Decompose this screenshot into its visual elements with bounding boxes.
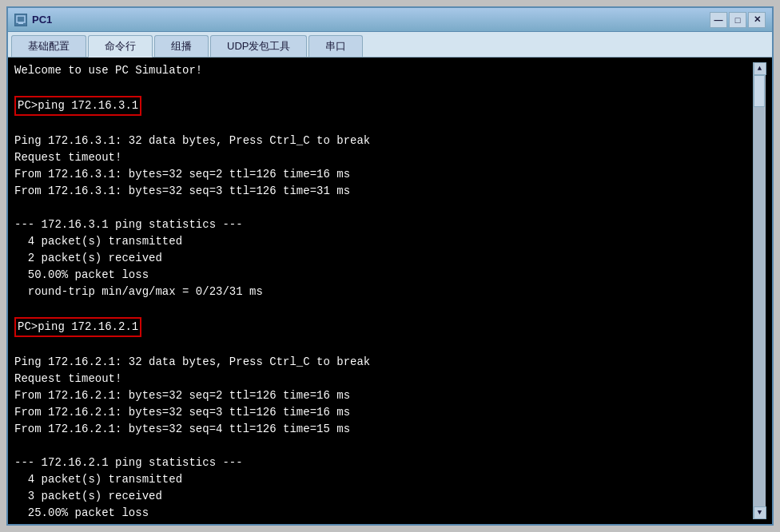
line-stats1-loss: 50.00% packet loss [14,267,753,284]
line-from2-seq4: From 172.16.2.1: bytes=32 seq=4 ttl=126 … [14,421,753,438]
line-ping2-info: Ping 172.16.2.1: 32 data bytes, Press Ct… [14,354,753,371]
line-cmd-1: PC>ping 172.16.3.1 [14,96,753,116]
maximize-button[interactable]: □ [729,12,746,28]
window-title: PC1 [32,14,52,26]
tab-command-line[interactable]: 命令行 [88,35,153,58]
line-stats2-tx: 4 packet(s) transmitted [14,471,753,488]
line-from2-seq2: From 172.16.2.1: bytes=32 seq=2 ttl=126 … [14,387,753,404]
line-blank-2 [14,116,753,133]
line-stats1-rtt: round-trip min/avg/max = 0/23/31 ms [14,284,753,300]
title-bar-left: PC1 [14,14,52,26]
tab-serial[interactable]: 串口 [308,35,363,57]
terminal-area[interactable]: Welcome to use PC Simulator! PC>ping 172… [8,58,772,524]
tab-bar: 基础配置 命令行 组播 UDP发包工具 串口 [8,32,772,58]
line-from2-seq3: From 172.16.2.1: bytes=32 seq=3 ttl=126 … [14,404,753,421]
tab-multicast[interactable]: 组播 [154,35,209,57]
line-timeout1: Request timeout! [14,149,753,166]
main-window: PC1 — □ ✕ 基础配置 命令行 组播 UDP发包工具 串口 Welcome… [6,6,774,526]
terminal-content: Welcome to use PC Simulator! PC>ping 172… [14,62,753,519]
line-from1-seq3: From 172.16.3.1: bytes=32 seq=3 ttl=126 … [14,183,753,200]
tab-udp-tool[interactable]: UDP发包工具 [210,35,307,57]
title-bar: PC1 — □ ✕ [8,8,772,32]
line-stats2-loss: 25.00% packet loss [14,505,753,519]
command-highlight-2: PC>ping 172.16.2.1 [14,317,141,337]
scroll-up-button[interactable]: ▲ [754,62,766,75]
command-highlight-1: PC>ping 172.16.3.1 [14,96,141,116]
line-stats1-rx: 2 packet(s) received [14,250,753,267]
title-buttons: — □ ✕ [710,12,766,28]
line-blank-4 [14,300,753,317]
line-stats1-tx: 4 packet(s) transmitted [14,233,753,250]
tab-basic-config[interactable]: 基础配置 [11,35,86,57]
scrollbar-thumb[interactable] [754,75,765,107]
line-stats2-header: --- 172.16.2.1 ping statistics --- [14,455,753,471]
line-welcome: Welcome to use PC Simulator! [14,62,753,79]
line-blank-6 [14,438,753,455]
scrollbar-track[interactable] [754,75,766,506]
window-icon [14,14,27,26]
line-blank-5 [14,337,753,354]
svg-rect-1 [18,22,23,24]
line-ping1-info: Ping 172.16.3.1: 32 data bytes, Press Ct… [14,133,753,149]
line-blank-1 [14,79,753,96]
scrollbar[interactable]: ▲ ▼ [753,62,766,519]
scroll-down-button[interactable]: ▼ [754,506,766,519]
svg-rect-0 [17,16,25,22]
line-timeout2: Request timeout! [14,371,753,387]
line-cmd-2: PC>ping 172.16.2.1 [14,317,753,337]
minimize-button[interactable]: — [710,12,727,28]
line-stats1-header: --- 172.16.3.1 ping statistics --- [14,216,753,233]
line-blank-3 [14,200,753,216]
line-stats2-rx: 3 packet(s) received [14,488,753,505]
line-from1-seq2: From 172.16.3.1: bytes=32 seq=2 ttl=126 … [14,166,753,183]
close-button[interactable]: ✕ [748,12,766,28]
